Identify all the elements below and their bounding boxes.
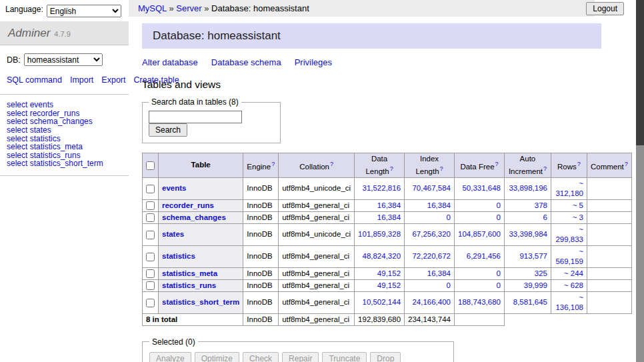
auto-increment-cell: 6 bbox=[504, 211, 551, 223]
auto-increment-value[interactable]: 33,898,196 bbox=[509, 184, 547, 192]
sidebar-link-sql-command[interactable]: SQL command bbox=[7, 75, 62, 85]
rows-value[interactable]: ~ 136,108 bbox=[555, 293, 583, 311]
sidebar-select-states[interactable]: select states bbox=[7, 126, 122, 135]
sidebar-select-statistics-short-term[interactable]: select statistics_short_term bbox=[7, 159, 122, 168]
data-length-value[interactable]: 10,502,144 bbox=[362, 298, 401, 306]
index-length-value[interactable]: 16,384 bbox=[427, 269, 451, 277]
rows-value[interactable]: ~ 569,159 bbox=[555, 247, 583, 265]
help-icon[interactable]: ? bbox=[577, 161, 581, 167]
table-link-statistics[interactable]: statistics bbox=[162, 252, 195, 260]
row-checkbox[interactable] bbox=[146, 213, 155, 222]
logout-button[interactable]: Logout bbox=[586, 2, 624, 15]
data-length-value[interactable]: 101,859,328 bbox=[358, 230, 401, 238]
table-link-recorder_runs[interactable]: recorder_runs bbox=[162, 201, 214, 209]
data-length-value[interactable]: 31,522,816 bbox=[362, 184, 401, 192]
sidebar-link-import[interactable]: Import bbox=[70, 75, 93, 85]
data-free-value[interactable]: 0 bbox=[497, 201, 501, 209]
table-link-states[interactable]: states bbox=[162, 230, 184, 238]
optimize-button[interactable]: Optimize bbox=[195, 352, 239, 362]
app-name[interactable]: Adminer bbox=[8, 27, 50, 40]
help-icon[interactable]: ? bbox=[330, 161, 333, 167]
vertical-scrollbar[interactable] bbox=[636, 0, 644, 362]
drop-button[interactable]: Drop bbox=[370, 352, 401, 362]
help-icon[interactable]: ? bbox=[543, 165, 547, 172]
rows-value[interactable]: ~ 312,180 bbox=[555, 179, 583, 197]
table-link-schema_changes[interactable]: schema_changes bbox=[162, 213, 226, 221]
data-length-value[interactable]: 16,384 bbox=[377, 213, 401, 221]
db-select[interactable]: homeassistant bbox=[24, 53, 103, 66]
data-free-value[interactable]: 0 bbox=[497, 281, 501, 289]
index-length-value[interactable]: 16,384 bbox=[427, 201, 451, 209]
rows-value[interactable]: ~ 3 bbox=[573, 213, 583, 221]
data-free-value[interactable]: 0 bbox=[497, 213, 501, 221]
rows-value[interactable]: ~ 628 bbox=[564, 281, 583, 289]
row-checkbox[interactable] bbox=[146, 281, 155, 290]
auto-increment-cell: 33,398,984 bbox=[504, 223, 551, 245]
data-length-value[interactable]: 48,824,320 bbox=[362, 252, 401, 260]
nav-link-alter-database[interactable]: Alter database bbox=[142, 57, 198, 67]
sidebar-link-export[interactable]: Export bbox=[101, 75, 125, 85]
data-free-value[interactable]: 0 bbox=[497, 269, 501, 277]
analyze-button[interactable]: Analyze bbox=[149, 352, 191, 362]
sidebar-select-statistics-meta[interactable]: select statistics_meta bbox=[7, 143, 122, 151]
language-select[interactable]: English bbox=[47, 5, 121, 17]
rows-value[interactable]: ~ 244 bbox=[564, 269, 583, 277]
row-checkbox[interactable] bbox=[146, 299, 155, 307]
search-input[interactable] bbox=[149, 111, 242, 123]
truncate-button[interactable]: Truncate bbox=[322, 352, 367, 362]
index-length-value[interactable]: 24,166,400 bbox=[412, 298, 451, 306]
auto-increment-value[interactable]: 33,398,984 bbox=[509, 230, 547, 238]
sidebar-select-events[interactable]: select events bbox=[7, 101, 122, 109]
breadcrumb-link-server[interactable]: Server bbox=[176, 3, 201, 13]
search-button[interactable]: Search bbox=[149, 123, 187, 137]
auto-increment-value[interactable]: 8,581,645 bbox=[513, 298, 547, 306]
data-free-value[interactable]: 188,743,680 bbox=[458, 298, 501, 306]
index-length-value[interactable]: 67,256,320 bbox=[412, 230, 451, 238]
index-length-value[interactable]: 0 bbox=[447, 213, 451, 221]
total-index-length: 234,143,744 bbox=[405, 313, 455, 325]
data-free-value[interactable]: 50,331,648 bbox=[462, 184, 501, 192]
auto-increment-value[interactable]: 913,577 bbox=[519, 252, 547, 260]
column-header-autoincrement: Auto Increment? bbox=[504, 153, 551, 178]
repair-button[interactable]: Repair bbox=[282, 352, 319, 362]
row-checkbox[interactable] bbox=[146, 269, 155, 278]
rows-value[interactable]: ~ 5 bbox=[573, 201, 583, 209]
help-icon[interactable]: ? bbox=[495, 161, 499, 167]
row-checkbox[interactable] bbox=[146, 185, 155, 193]
data-free-value[interactable]: 6,291,456 bbox=[467, 252, 501, 260]
nav-link-privileges[interactable]: Privileges bbox=[295, 57, 332, 67]
rows-value[interactable]: ~ 299,833 bbox=[555, 225, 583, 243]
table-link-statistics_short_term[interactable]: statistics_short_term bbox=[162, 298, 239, 306]
row-checkbox[interactable] bbox=[146, 253, 155, 261]
scrollbar-thumb[interactable] bbox=[636, 0, 644, 145]
data-free-value[interactable]: 104,857,600 bbox=[458, 230, 501, 238]
help-icon[interactable]: ? bbox=[390, 165, 393, 172]
table-link-events[interactable]: events bbox=[162, 184, 186, 192]
select-all-checkbox[interactable] bbox=[146, 161, 155, 170]
adminer-logo[interactable]: Adminer 4.7.9 bbox=[0, 21, 129, 45]
selected-legend: Selected (0) bbox=[149, 337, 198, 347]
data-length-value[interactable]: 49,152 bbox=[377, 281, 401, 289]
table-link-statistics_meta[interactable]: statistics_meta bbox=[162, 269, 217, 277]
row-checkbox-cell bbox=[143, 267, 159, 279]
nav-link-database-schema[interactable]: Database schema bbox=[211, 57, 281, 67]
index-length-value[interactable]: 72,220,672 bbox=[412, 252, 451, 260]
data-length-value[interactable]: 16,384 bbox=[377, 201, 401, 209]
help-icon[interactable]: ? bbox=[271, 161, 275, 167]
auto-increment-value[interactable]: 6 bbox=[543, 213, 547, 221]
index-length-value[interactable]: 0 bbox=[447, 281, 451, 289]
auto-increment-value[interactable]: 39,999 bbox=[524, 281, 547, 289]
auto-increment-value[interactable]: 378 bbox=[535, 201, 547, 209]
help-icon[interactable]: ? bbox=[625, 161, 628, 167]
check-button[interactable]: Check bbox=[243, 352, 279, 362]
row-checkbox[interactable] bbox=[146, 201, 155, 210]
data-length-value[interactable]: 49,152 bbox=[377, 269, 401, 277]
breadcrumb-link-mysql[interactable]: MySQL bbox=[138, 3, 167, 13]
auto-increment-value[interactable]: 325 bbox=[535, 269, 547, 277]
comment-cell bbox=[587, 245, 631, 267]
index-length-value[interactable]: 70,467,584 bbox=[412, 184, 451, 192]
help-icon[interactable]: ? bbox=[440, 165, 443, 172]
rows-cell: ~ 312,180 bbox=[551, 177, 587, 199]
row-checkbox[interactable] bbox=[146, 231, 155, 239]
table-link-statistics_runs[interactable]: statistics_runs bbox=[162, 281, 216, 289]
